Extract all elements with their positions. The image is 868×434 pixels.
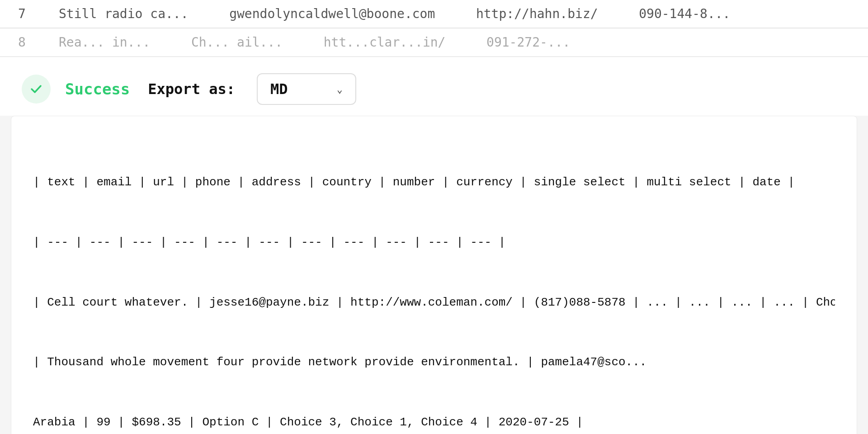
row-number: 8 bbox=[18, 35, 41, 50]
table-row: 7 Still radio ca... gwendolyncaldwell@bo… bbox=[0, 0, 868, 28]
code-line-1: | text | email | url | phone | address |… bbox=[33, 172, 835, 192]
code-line-2: | --- | --- | --- | --- | --- | --- | --… bbox=[33, 232, 835, 252]
cell-url: http://hahn.biz/ bbox=[476, 6, 598, 21]
code-output-area: | text | email | url | phone | address |… bbox=[11, 116, 857, 434]
top-table-area: 7 Still radio ca... gwendolyncaldwell@bo… bbox=[0, 0, 868, 57]
cell-phone: 091-272-... bbox=[486, 35, 570, 50]
cell-text: Rea... in... bbox=[59, 35, 150, 50]
cell-phone: 090-144-8... bbox=[639, 6, 730, 21]
code-line-4: | Thousand whole movement four provide n… bbox=[33, 352, 835, 372]
cell-text: Still radio ca... bbox=[59, 6, 189, 21]
success-label: Success bbox=[65, 80, 130, 98]
row-number: 7 bbox=[18, 6, 41, 21]
table-row: 8 Rea... in... Ch... ail... htt...clar..… bbox=[0, 28, 868, 57]
chevron-down-icon: ⌄ bbox=[337, 84, 343, 95]
success-icon-wrap bbox=[22, 75, 51, 104]
cell-email: gwendolyncaldwell@boone.com bbox=[229, 6, 435, 21]
check-icon bbox=[29, 82, 43, 96]
cell-url: htt...clar...in/ bbox=[324, 35, 446, 50]
export-label: Export as: bbox=[148, 80, 235, 98]
dropdown-value: MD bbox=[270, 80, 288, 98]
code-line-5: Arabia | 99 | $698.35 | Option C | Choic… bbox=[33, 412, 835, 432]
cell-email: Ch... ail... bbox=[191, 35, 283, 50]
success-bar: Success Export as: MD ⌄ bbox=[0, 57, 868, 116]
code-line-3: | Cell court whatever. | jesse16@payne.b… bbox=[33, 292, 835, 312]
export-dropdown[interactable]: MD ⌄ bbox=[257, 73, 356, 105]
